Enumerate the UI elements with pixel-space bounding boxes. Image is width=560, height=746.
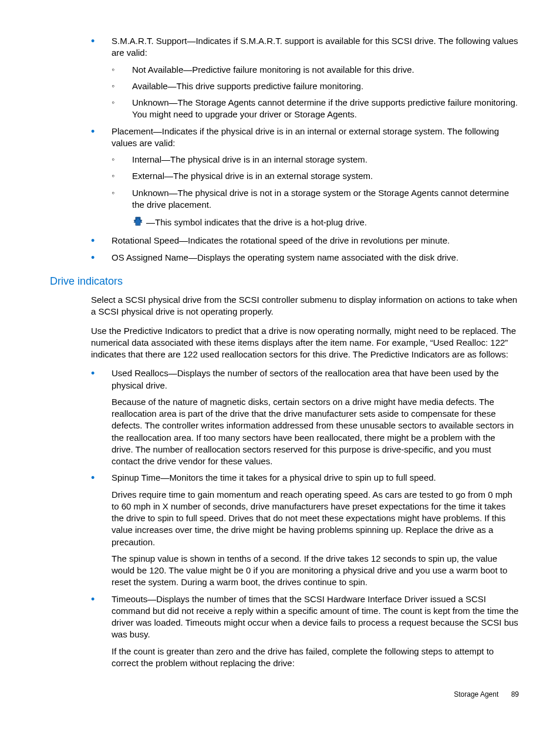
list-paragraph: Because of the nature of magnetic disks,… [112,396,519,468]
list-text: Placement—Indicates if the physical driv… [112,126,499,148]
list-item: OS Assigned Name—Displays the operating … [91,252,519,264]
list-item: Used Reallocs—Displays the number of sec… [91,367,519,467]
list-item: Placement—Indicates if the physical driv… [91,126,519,231]
list-text: Used Reallocs—Displays the number of sec… [112,368,499,390]
list-text: Spinup Time—Monitors the time it takes f… [112,472,436,482]
body-paragraph: Use the Predictive Indicators to predict… [50,325,519,361]
sub-list: Not Available—Predictive failure monitor… [112,64,519,121]
section-heading: Drive indicators [50,274,519,288]
sub-list-item: Internal—The physical drive is in an int… [112,154,519,166]
list-text: S.M.A.R.T. Support—Indicates if S.M.A.R.… [112,36,518,58]
body-paragraph: Select a SCSI physical drive from the SC… [50,294,519,318]
primary-bullet-list: S.M.A.R.T. Support—Indicates if S.M.A.R.… [50,35,519,264]
page-number: 89 [511,690,519,698]
sub-list: Internal—The physical drive is in an int… [112,154,519,230]
sub-list-item: Unknown—The Storage Agents cannot determ… [112,97,519,121]
sub-list-item-hotplug: —This symbol indicates that the drive is… [112,215,519,230]
list-item: Rotational Speed—Indicates the rotationa… [91,235,519,247]
hotplug-icon [132,215,144,230]
sub-list-item: Unknown—The physical drive is not in a s… [112,187,519,211]
hotplug-text: —This symbol indicates that the drive is… [146,217,367,227]
list-paragraph: Drives require time to gain momentum and… [112,489,519,548]
page-footer: Storage Agent 89 [50,690,519,699]
footer-label: Storage Agent [454,690,498,698]
list-item: Spinup Time—Monitors the time it takes f… [91,472,519,588]
indicator-bullet-list: Used Reallocs—Displays the number of sec… [50,367,519,669]
list-item: S.M.A.R.T. Support—Indicates if S.M.A.R.… [91,35,519,121]
list-paragraph: If the count is greater than zero and th… [112,646,519,670]
sub-list-item: External—The physical drive is in an ext… [112,170,519,182]
sub-list-item: Available—This drive supports predictive… [112,80,519,92]
list-paragraph: The spinup value is shown in tenths of a… [112,553,519,589]
sub-list-item: Not Available—Predictive failure monitor… [112,64,519,76]
list-text: Timeouts—Displays the number of times th… [112,594,518,640]
list-item: Timeouts—Displays the number of times th… [91,593,519,670]
